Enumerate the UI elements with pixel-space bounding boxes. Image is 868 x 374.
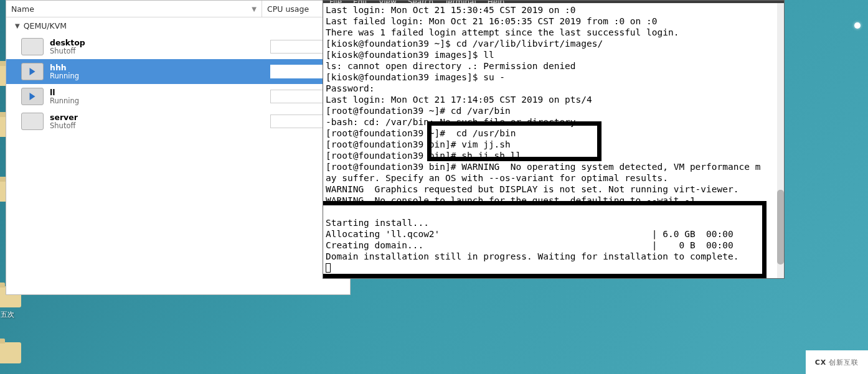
monitor-icon (21, 38, 44, 55)
chevron-down-icon: ▼ (15, 22, 20, 29)
vm-state: Shutoff (50, 47, 85, 56)
scrollbar-thumb[interactable] (777, 190, 784, 264)
column-name[interactable]: Name ▼ (6, 1, 262, 17)
term-line: [kiosk@foundation39 ~]$ cd /var/lib/libv… (326, 39, 603, 49)
terminal-window: File Edit View Search Terminal Help Last… (323, 0, 785, 279)
term-line: [root@foundation39 bin]# WARNING No oper… (326, 162, 760, 172)
terminal-cursor (326, 263, 331, 273)
virt-manager-window: Name ▼ CPU usage ▼ QEMU/KVM desktop Shut… (6, 0, 351, 295)
column-cpu-label: CPU usage (267, 4, 309, 14)
term-line: Password: (326, 83, 375, 93)
term-line: WARNING Graphics requested but DISPLAY i… (326, 184, 738, 194)
term-line: There was 1 failed login attempt since t… (326, 27, 679, 37)
terminal-output[interactable]: Last login: Mon Oct 21 15:30:45 CST 2019… (323, 3, 784, 278)
vm-name: desktop (50, 38, 85, 47)
sort-desc-icon: ▼ (252, 6, 257, 12)
term-line: ls: cannot open directory .: Permission … (326, 61, 576, 71)
vm-name: hhh (50, 63, 79, 72)
term-line: [root@foundation39 bin]# sh jj.sh ll (326, 151, 521, 161)
watermark-brand: CX (815, 358, 827, 367)
vm-name: ll (50, 88, 79, 97)
connection-label: QEMU/KVM (24, 21, 67, 30)
term-line: Domain installation still in progress. W… (326, 251, 738, 261)
monitor-play-icon (21, 88, 44, 105)
vm-row-hhh[interactable]: hhh Running (6, 59, 350, 84)
term-line: ay suffer. Specify an OS with --os-varia… (326, 173, 668, 183)
term-line: [root@foundation39 bin]# vim jj.sh (326, 139, 511, 149)
vm-state: Running (50, 97, 79, 106)
term-line: Last login: Mon Oct 21 15:30:45 CST 2019… (326, 5, 576, 15)
term-line: Creating domain... | 0 B 00:00 (326, 240, 734, 250)
desktop-folder-label: 五次 (0, 310, 26, 319)
vm-row-server[interactable]: server Shutoff (6, 109, 350, 134)
monitor-icon (21, 113, 44, 130)
term-line: Starting install... (326, 218, 429, 228)
notification-dot-icon[interactable] (854, 22, 861, 29)
term-line: [kiosk@foundation39 images]$ ll (326, 50, 494, 60)
term-line: WARNING No console to launch for the gue… (326, 195, 696, 205)
vm-state: Shutoff (50, 122, 78, 131)
monitor-play-icon (21, 63, 44, 80)
term-line: Last failed login: Mon Oct 21 16:05:35 C… (326, 16, 658, 26)
vm-list-header: Name ▼ CPU usage (6, 1, 350, 17)
watermark: CX 创新互联 (806, 350, 868, 374)
vm-list-body: ▼ QEMU/KVM desktop Shutoff hhh Running l… (6, 17, 350, 294)
vm-name: server (50, 113, 78, 122)
vm-row-desktop[interactable]: desktop Shutoff (6, 34, 350, 59)
term-line: -bash: cd: /var/bin: No such file or dir… (326, 117, 576, 127)
desktop-folder[interactable] (0, 342, 26, 366)
connection-group[interactable]: ▼ QEMU/KVM (6, 17, 350, 34)
term-line: Last login: Mon Oct 21 17:14:05 CST 2019… (326, 95, 592, 105)
term-line: [root@foundation39 ~]# cd /var/bin (326, 106, 511, 116)
term-line: Allocating 'll.qcow2' | 6.0 GB 00:00 (326, 229, 734, 239)
vm-state: Running (50, 72, 79, 81)
vm-row-ll[interactable]: ll Running (6, 84, 350, 109)
watermark-text: 创新互联 (829, 358, 859, 367)
column-name-label: Name (11, 4, 34, 14)
term-line: [kiosk@foundation39 images]$ su - (326, 72, 505, 82)
highlight-box-2 (323, 201, 767, 278)
terminal-scrollbar[interactable] (777, 3, 784, 278)
term-line: [root@foundation39 ~]# cd /usr/bin (326, 128, 516, 138)
